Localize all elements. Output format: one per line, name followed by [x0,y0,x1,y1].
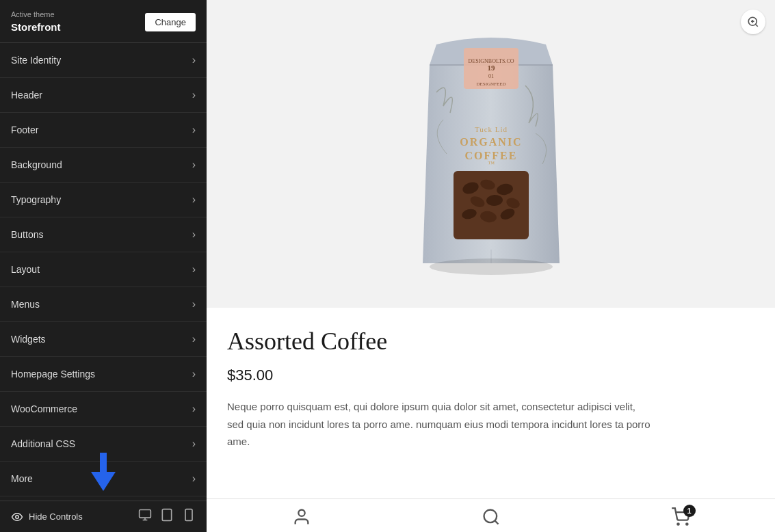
sidebar-item-label: Homepage Settings [11,369,95,380]
svg-text:DESIGNFEED: DESIGNFEED [476,81,505,87]
sidebar-item-footer[interactable]: Footer › [0,113,207,148]
mobile-icon[interactable] [182,508,196,525]
main-preview: DESIGNBOLTS.CO 19 01 DESIGNFEED Tuck Lid… [207,0,775,532]
sidebar-item-label: Site Identity [11,55,61,66]
svg-line-34 [495,520,498,524]
svg-point-33 [484,510,497,523]
sidebar-item-widgets[interactable]: Widgets › [0,322,207,357]
sidebar-item-label: Typography [11,194,61,205]
chevron-right-icon: › [192,228,196,241]
chevron-right-icon: › [192,194,196,206]
product-price: $35.00 [227,367,754,384]
zoom-icon[interactable] [741,10,765,34]
sidebar-item-label: Background [11,159,62,170]
chevron-right-icon: › [192,89,196,101]
change-button[interactable]: Change [145,13,196,31]
sidebar-item-background[interactable]: Background › [0,148,207,183]
chevron-right-icon: › [192,438,196,450]
sidebar-item-label: Layout [11,264,40,275]
sidebar: Active theme Storefront Change Site Iden… [0,0,207,532]
svg-point-36 [686,523,687,524]
svg-point-32 [298,510,304,516]
chevron-right-icon: › [192,368,196,380]
sidebar-item-label: More [11,473,33,484]
svg-text:™: ™ [488,160,495,168]
chevron-right-icon: › [192,473,196,485]
chevron-right-icon: › [192,333,196,345]
sidebar-item-typography[interactable]: Typography › [0,183,207,217]
eye-icon [11,511,23,523]
desktop-icon[interactable] [138,508,152,525]
sidebar-header: Active theme Storefront Change [0,0,207,43]
hide-controls-label: Hide Controls [29,511,83,522]
sidebar-item-label: Additional CSS [11,438,75,449]
svg-text:01: 01 [488,73,494,79]
sidebar-item-label: Buttons [11,229,43,240]
svg-text:Tuck Lid: Tuck Lid [474,125,507,133]
sidebar-item-more[interactable]: More › [0,462,207,496]
account-nav-button[interactable] [292,507,311,527]
chevron-right-icon: › [192,54,196,66]
sidebar-item-label: Header [11,90,42,101]
cart-badge: 1 [683,505,696,517]
cart-nav-button[interactable]: 1 [671,507,690,527]
sidebar-nav: Site Identity › Header › Footer › Backgr… [0,43,207,501]
sidebar-item-homepage-settings[interactable]: Homepage Settings › [0,357,207,392]
sidebar-item-layout[interactable]: Layout › [0,252,207,287]
sidebar-item-menus[interactable]: Menus › [0,287,207,322]
sidebar-bottom-bar: Hide Controls [0,501,207,532]
chevron-right-icon: › [192,124,196,136]
sidebar-item-additional-css[interactable]: Additional CSS › [0,427,207,462]
chevron-right-icon: › [192,263,196,276]
svg-text:ORGANIC: ORGANIC [460,136,522,148]
svg-text:19: 19 [487,64,495,72]
preview-bottom-nav: 1 [207,498,775,532]
sidebar-item-site-identity[interactable]: Site Identity › [0,43,207,78]
svg-line-7 [755,24,757,26]
search-nav-button[interactable] [482,507,501,527]
hide-controls-button[interactable]: Hide Controls [11,511,83,523]
svg-point-35 [677,523,679,524]
sidebar-item-header[interactable]: Header › [0,78,207,113]
svg-rect-1 [140,510,151,518]
search-icon [482,507,501,527]
sidebar-item-buttons[interactable]: Buttons › [0,217,207,252]
svg-point-0 [16,515,19,518]
sidebar-item-label: Menus [11,299,40,310]
device-icons [138,508,196,525]
chevron-right-icon: › [192,159,196,171]
sidebar-header-text: Active theme Storefront [11,10,61,34]
sidebar-item-woocommerce[interactable]: WooCommerce › [0,392,207,427]
active-theme-label: Active theme [11,10,61,20]
product-title: Assorted Coffee [227,327,754,356]
sidebar-item-label: Widgets [11,334,46,345]
tablet-icon[interactable] [160,508,174,525]
theme-name: Storefront [11,20,61,34]
account-icon [292,507,311,527]
svg-point-31 [430,258,553,275]
sidebar-item-label: WooCommerce [11,403,77,414]
product-image: DESIGNBOLTS.CO 19 01 DESIGNFEED Tuck Lid… [409,24,573,284]
product-description: Neque porro quisquam est, qui dolore ips… [227,398,651,451]
product-image-container: DESIGNBOLTS.CO 19 01 DESIGNFEED Tuck Lid… [207,0,775,308]
chevron-right-icon: › [192,403,196,415]
product-info: Assorted Coffee $35.00 Neque porro quisq… [207,308,775,498]
chevron-right-icon: › [192,298,196,310]
sidebar-item-label: Footer [11,124,38,135]
